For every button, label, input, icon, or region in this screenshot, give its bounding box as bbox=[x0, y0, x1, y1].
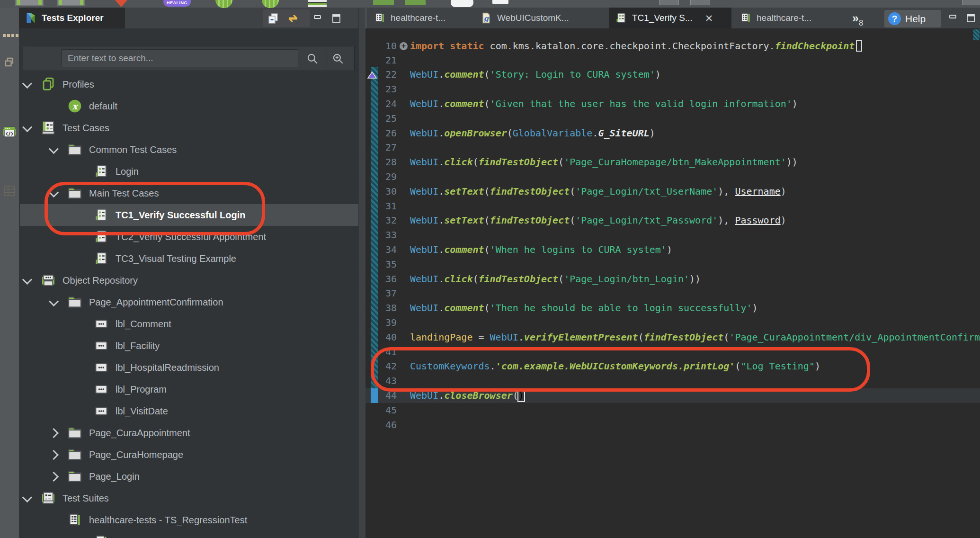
fold-expand-icon[interactable]: + bbox=[400, 42, 408, 50]
tree-item-tc1-verify-successful-login[interactable]: TC1_Verify Successful Login bbox=[20, 204, 358, 226]
code-line-36[interactable]: WebUI.click(findTestObject('Page_Login/b… bbox=[410, 272, 701, 287]
code-line-10[interactable]: import static com.kms.katalon.core.check… bbox=[410, 39, 862, 54]
tree-item-lbl-hospitalreadmission[interactable]: lbl_HospitalReadmission bbox=[20, 357, 358, 378]
sync-icon[interactable] bbox=[287, 12, 299, 25]
editor-tab-healthcare-t[interactable]: healthcare-t... bbox=[368, 8, 465, 28]
code-line-38[interactable]: WebUI.comment('Then he should be able to… bbox=[410, 301, 758, 315]
tree-item-tc2-verify-successful-appointment[interactable]: TC2_Verify Successful Appointment bbox=[20, 226, 358, 248]
search-icon[interactable] bbox=[306, 52, 319, 65]
toolbar-icon-cutoff bbox=[115, 0, 127, 7]
search-add-icon[interactable] bbox=[331, 52, 345, 65]
code-line-34[interactable]: WebUI.comment('When he logins to CURA sy… bbox=[410, 242, 672, 257]
tree-item-default[interactable]: xdefault bbox=[20, 95, 358, 117]
healing-badge: HEALING bbox=[163, 0, 191, 7]
chevron-down-icon[interactable] bbox=[49, 188, 59, 197]
code-token: ) bbox=[667, 244, 672, 255]
minimize-window-icon[interactable] bbox=[947, 12, 959, 24]
code-token: "Log Testing" bbox=[740, 360, 815, 372]
code-token: ( bbox=[507, 127, 513, 139]
object-item-icon bbox=[94, 404, 109, 419]
maximize-window-icon[interactable] bbox=[965, 12, 977, 24]
tree-item-lbl-facility[interactable]: lbl_Facility bbox=[20, 335, 358, 357]
tree-item-label: Test Cases bbox=[62, 117, 109, 139]
search-input[interactable] bbox=[62, 49, 298, 67]
chevron-down-icon[interactable] bbox=[22, 79, 32, 89]
chevron-down-icon[interactable] bbox=[22, 275, 32, 285]
code-line-30[interactable]: WebUI.setText(findTestObject('Page_Login… bbox=[410, 184, 786, 199]
tree-item-tc3-visual-testing-example[interactable]: TC3_Visual Testing Example bbox=[20, 248, 358, 269]
close-tab-icon[interactable]: ✕ bbox=[705, 13, 713, 23]
minimize-panel-icon[interactable] bbox=[312, 12, 324, 25]
tree-item-label: lbl_VisitDate bbox=[116, 400, 168, 422]
line-number: 10 bbox=[374, 39, 397, 54]
line-number: 35 bbox=[374, 257, 397, 272]
tree-item-test-suites[interactable]: Test Suites bbox=[20, 487, 358, 509]
code-line-40[interactable]: landingPage = WebUI.verifyElementPresent… bbox=[410, 330, 980, 345]
code-token: GlobalVariable bbox=[513, 127, 593, 139]
line-number: 28 bbox=[374, 155, 397, 170]
help-button[interactable]: ? Help bbox=[884, 10, 941, 27]
editor-tab-tc1-verify-s[interactable]: TC1_Verify S...✕ bbox=[609, 8, 731, 28]
collapse-all-icon[interactable] bbox=[267, 12, 279, 25]
code-token: . bbox=[592, 127, 598, 139]
line-number: 43 bbox=[374, 374, 397, 388]
chevron-down-icon[interactable] bbox=[22, 493, 32, 502]
chevron-down-icon[interactable] bbox=[49, 144, 59, 154]
code-token: ( bbox=[638, 332, 644, 343]
code-line-28[interactable]: WebUI.click(findTestObject('Page_CuraHom… bbox=[410, 155, 798, 170]
tree-item-page-login[interactable]: Page_Login bbox=[20, 466, 358, 487]
tree-item-object-repository[interactable]: Object Repository bbox=[20, 269, 358, 291]
tree-item-common-test-cases[interactable]: Common Test Cases bbox=[20, 139, 358, 161]
code-line-22[interactable]: WebUI.comment('Story: Login to CURA syst… bbox=[410, 67, 661, 82]
chevron-down-icon[interactable] bbox=[49, 296, 59, 306]
restore-perspective-icon[interactable] bbox=[2, 55, 17, 69]
editor-tab-healthcare-t[interactable]: healthcare-t... bbox=[734, 8, 829, 28]
tree-item-page-curaappointment[interactable]: Page_CuraAppointment bbox=[20, 422, 358, 444]
code-token: )) bbox=[689, 273, 701, 285]
tree-item-page-curahomepage[interactable]: Page_CuraHomepage bbox=[20, 444, 358, 466]
tree-item-login[interactable]: Login bbox=[20, 161, 358, 182]
object-item-icon bbox=[94, 382, 109, 397]
web-code-perspective-icon[interactable] bbox=[2, 125, 17, 139]
code-line-44[interactable]: WebUI.closeBrowser() bbox=[410, 388, 524, 403]
code-token: 'com.example.WebUICustomKeywords.printLo… bbox=[496, 360, 735, 372]
chevron-right-icon[interactable] bbox=[49, 450, 59, 460]
tree-item-lbl-program[interactable]: lbl_Program bbox=[20, 378, 358, 400]
tree-item-healthcare-tests-ts-regressiontest[interactable]: healthcare-tests - TS_RegressionTest bbox=[20, 509, 358, 531]
code-line-32[interactable]: WebUI.setText(findTestObject('Page_Login… bbox=[410, 213, 786, 228]
folder-icon bbox=[67, 186, 82, 201]
profile-default-icon: x bbox=[67, 99, 82, 114]
tree-item-lbl-visitdate[interactable]: lbl_VisitDate bbox=[20, 400, 358, 422]
tree-item-page-appointmentconfirmation[interactable]: Page_AppointmentConfirmation bbox=[20, 291, 358, 313]
fold-placeholder-box bbox=[856, 40, 862, 52]
tree-item-test-cases[interactable]: Test Cases bbox=[20, 117, 358, 139]
tab-overflow-indicator[interactable]: »8 bbox=[852, 11, 863, 28]
tab-label: WebUICustomK... bbox=[497, 13, 569, 23]
code-token: click bbox=[444, 273, 472, 285]
tree-item-main-test-cases[interactable]: Main Test Cases bbox=[20, 182, 358, 204]
code-token: comment bbox=[444, 302, 484, 314]
tree-item-partial[interactable] bbox=[20, 531, 358, 538]
code-line-24[interactable]: WebUI.comment('Given that the user has t… bbox=[410, 97, 798, 111]
tree-item-label: Test Suites bbox=[62, 487, 109, 509]
code-token: ( bbox=[484, 215, 490, 226]
panel-editor-divider[interactable] bbox=[358, 8, 366, 538]
code-token: ( bbox=[484, 69, 490, 80]
tree-item-profiles[interactable]: Profiles bbox=[20, 73, 358, 95]
code-editor[interactable]: 10+import static com.kms.katalon.core.ch… bbox=[365, 28, 980, 538]
tree-item-label: Login bbox=[116, 161, 139, 182]
tree-item-lbl-comment[interactable]: lbl_Comment bbox=[20, 313, 358, 335]
chevron-right-icon[interactable] bbox=[49, 428, 59, 438]
tree-item-label: healthcare-tests - TS_RegressionTest bbox=[89, 509, 247, 531]
grid-perspective-icon[interactable] bbox=[2, 184, 17, 198]
code-token: . bbox=[438, 98, 444, 109]
code-token: . bbox=[490, 360, 496, 372]
editor-tab-webuicustomk[interactable]: gWebUICustomK... bbox=[474, 8, 588, 28]
gutter-marker-icon[interactable] bbox=[367, 71, 377, 82]
line-number: 30 bbox=[374, 184, 397, 199]
chevron-down-icon[interactable] bbox=[22, 122, 32, 132]
maximize-panel-icon[interactable] bbox=[330, 12, 343, 25]
code-line-26[interactable]: WebUI.openBrowser(GlobalVariable.G_SiteU… bbox=[410, 126, 655, 141]
code-line-42[interactable]: CustomKeywords.'com.example.WebUICustomK… bbox=[410, 359, 820, 374]
chevron-right-icon[interactable] bbox=[49, 472, 59, 482]
